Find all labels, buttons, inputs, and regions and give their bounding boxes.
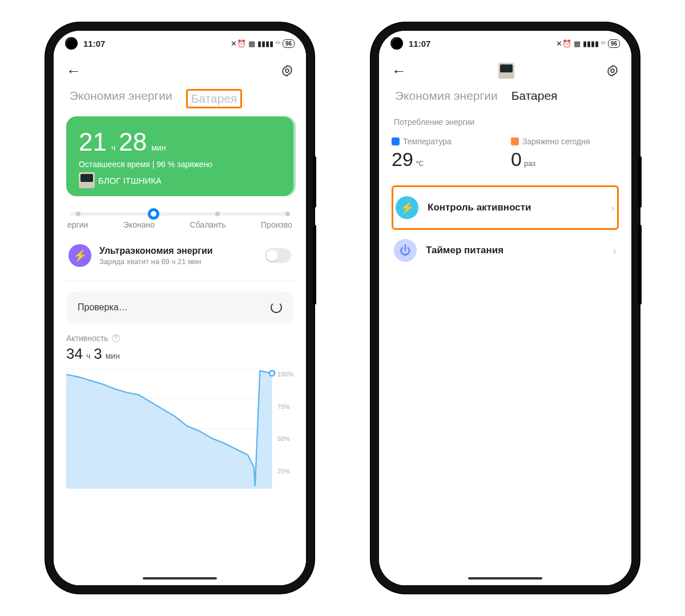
power-timer-item[interactable]: ⏻ Таймер питания › — [392, 230, 619, 271]
slider-labels: ергииЭконаноСбалантьПроизво — [66, 220, 293, 229]
screen-left: 11:07 ✕⏰ ▦ ▮▮▮▮ ⌔ 96 ← Экономия энергии … — [54, 31, 306, 585]
tab-battery[interactable]: Батарея — [191, 92, 237, 105]
back-button[interactable]: ← — [66, 63, 81, 78]
activity-control-item[interactable]: ⚡ Контроль активности › — [393, 187, 617, 228]
section-header: Потребление энергии — [394, 117, 616, 127]
ultra-sub: Заряда хватит на 69 ч 21 мин — [99, 257, 213, 266]
mute-icon: ✕⏰ — [556, 39, 571, 48]
check-label: Проверка… — [78, 302, 128, 313]
side-button — [313, 225, 316, 305]
plug-icon — [511, 137, 519, 145]
sim-icon: ▦ — [248, 39, 255, 48]
slider-knob[interactable] — [148, 208, 159, 220]
help-icon[interactable]: ? — [112, 334, 120, 342]
settings-icon[interactable] — [281, 64, 293, 77]
computer-icon — [79, 172, 95, 188]
ultra-power-saving-row: ⚡ Ультраэкономия энергии Заряда хватит н… — [66, 235, 293, 277]
back-button[interactable]: ← — [392, 63, 406, 78]
side-button — [313, 156, 316, 208]
thermometer-icon — [392, 137, 400, 145]
home-indicator[interactable] — [468, 577, 542, 579]
status-icons: ✕⏰ ▦ ▮▮▮▮ ⌔ 96 — [556, 39, 620, 48]
home-indicator[interactable] — [143, 577, 217, 579]
slider-stop[interactable] — [285, 212, 290, 216]
mute-icon: ✕⏰ — [231, 39, 246, 48]
svg-point-0 — [285, 69, 289, 72]
activity-time: 34ч 3мин — [66, 345, 293, 363]
power-mode-slider[interactable]: ергииЭконаноСбалантьПроизво — [66, 212, 293, 229]
svg-point-6 — [611, 69, 614, 72]
signal-icon: ▮▮▮▮ — [583, 39, 599, 48]
remaining-time-sub: Оставшееся время | 96 % заряжено — [79, 160, 281, 169]
stat-charged-today: Заряжено сегодня 0раз — [511, 137, 619, 171]
tabs: Экономия энергии Батарея — [379, 86, 631, 111]
bolt-icon: ⚡ — [396, 196, 418, 219]
bolt-icon: ⚡ — [68, 244, 91, 267]
chart-y-labels: 100% 75% 50% 25% — [277, 368, 293, 477]
highlight-activity-control: ⚡ Контроль активности › — [392, 185, 619, 230]
divider — [64, 281, 296, 281]
screen-right: 11:07 ✕⏰ ▦ ▮▮▮▮ ⌔ 96 ← Экономия энергии … — [379, 31, 631, 585]
side-button — [638, 156, 642, 208]
status-bar: 11:07 ✕⏰ ▦ ▮▮▮▮ ⌔ 96 — [54, 31, 306, 56]
tabs: Экономия энергии Батарея — [54, 86, 306, 116]
ultra-title: Ультраэкономия энергии — [99, 246, 213, 256]
tab-energy-saving[interactable]: Экономия энергии — [70, 89, 172, 108]
wifi-icon: ⌔ — [276, 39, 280, 48]
camera-punch-hole — [390, 37, 403, 50]
slider-stop[interactable] — [76, 212, 80, 216]
stat-temperature: Температура 29℃ — [392, 137, 499, 171]
highlight-battery-tab: Батарея — [186, 89, 243, 108]
app-bar: ← — [379, 56, 631, 86]
remaining-time-value: 21ч 28мин — [79, 128, 281, 156]
activity-chart: 100% 75% 50% 25% — [66, 368, 293, 477]
status-bar: 11:07 ✕⏰ ▦ ▮▮▮▮ ⌔ 96 — [379, 31, 631, 56]
spinner-icon — [271, 302, 282, 313]
activity-header: Активность ? — [66, 334, 293, 343]
slider-stop[interactable] — [215, 212, 220, 216]
status-time: 11:07 — [409, 39, 430, 48]
status-time: 11:07 — [83, 39, 105, 48]
app-bar: ← — [54, 56, 306, 86]
svg-point-5 — [269, 371, 275, 376]
camera-punch-hole — [65, 37, 78, 50]
slider-track[interactable] — [70, 212, 290, 216]
status-icons: ✕⏰ ▦ ▮▮▮▮ ⌔ 96 — [231, 39, 295, 48]
watermark: БЛОГ ІТШНИКА — [79, 172, 281, 188]
check-row[interactable]: Проверка… — [66, 291, 293, 323]
tab-battery[interactable]: Батарея — [511, 89, 558, 103]
settings-icon[interactable] — [606, 64, 619, 77]
wifi-icon: ⌔ — [601, 39, 606, 48]
stats-row: Температура 29℃ Заряжено сегодня 0раз — [392, 137, 619, 171]
phone-right: 11:07 ✕⏰ ▦ ▮▮▮▮ ⌔ 96 ← Экономия энергии … — [371, 23, 639, 593]
content-left: 21ч 28мин Оставшееся время | 96 % заряже… — [54, 116, 306, 585]
computer-icon — [498, 63, 514, 79]
power-icon: ⏻ — [394, 239, 417, 262]
content-right: Потребление энергии Температура 29℃ Заря… — [379, 111, 631, 585]
signal-icon: ▮▮▮▮ — [257, 39, 273, 48]
tab-energy-saving[interactable]: Экономия энергии — [395, 89, 498, 103]
battery-icon: 96 — [608, 39, 620, 48]
sim-icon: ▦ — [574, 39, 581, 48]
side-button — [638, 225, 642, 305]
battery-icon: 96 — [283, 39, 295, 48]
chevron-right-icon: › — [613, 244, 616, 257]
remaining-time-card[interactable]: 21ч 28мин Оставшееся время | 96 % заряже… — [66, 116, 293, 196]
ultra-toggle[interactable] — [265, 248, 291, 263]
phone-left: 11:07 ✕⏰ ▦ ▮▮▮▮ ⌔ 96 ← Экономия энергии … — [46, 23, 314, 593]
chevron-right-icon: › — [611, 201, 615, 214]
